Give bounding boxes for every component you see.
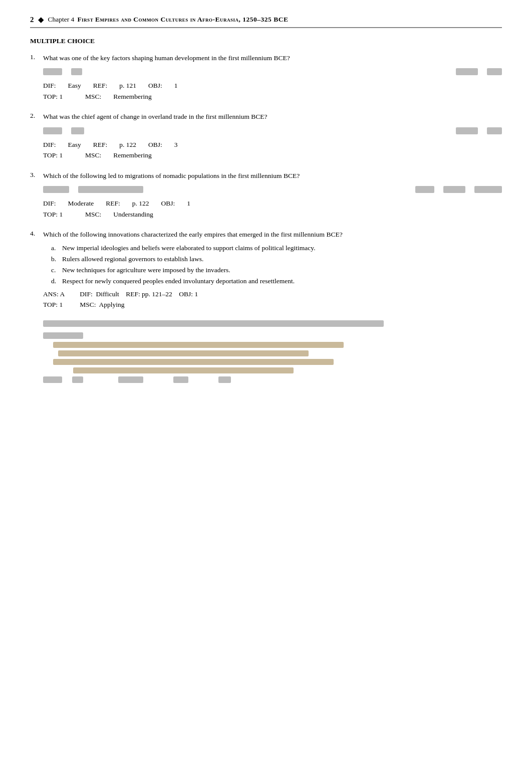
choice-4c: c. New techniques for agriculture were i… [51,265,502,275]
q2-msc-val: Remembering [113,150,151,161]
question-2-meta: DIF: Easy REF: p. 122 OBJ: 3 TOP: 1 MSC:… [43,139,502,161]
q5-choice-b [58,350,309,356]
choice-4c-letter: c. [51,265,62,275]
question-2: 2. What was the chief agent of change in… [30,112,502,160]
q5-choice-d [73,367,294,373]
question-3-meta-line2: TOP: 1 MSC: Understanding [43,209,190,220]
q1-ref-val: p. 121 [119,80,136,91]
blurred-answer-3a [43,186,69,193]
q5-meta-5 [218,376,231,383]
blurred-answer-1c [456,68,478,75]
blurred-answer-2b [71,127,84,134]
question-1: 1. What was one of the key factors shapi… [30,53,502,102]
q4-msc: MSC: Applying [80,299,198,310]
section-title: MULTIPLE CHOICE [30,37,502,45]
choice-4d: d. Respect for newly conquered peoples e… [51,276,502,286]
q4-ans-col2: DIF: Difficult REF: pp. 121–22 OBJ: 1 MS… [80,289,198,310]
q2-obj-val: 3 [174,139,178,150]
question-1-number: 1. [30,53,43,63]
q5-blurred-meta [43,376,502,383]
q5-choice-a [53,342,344,348]
blurred-answer-1b [71,68,82,75]
q1-top: TOP: 1 [43,91,73,102]
q2-dif-val: Easy [68,139,81,150]
header-bullet: ◆ [38,15,44,24]
question-4-choices: a. New imperial ideologies and beliefs w… [51,243,502,287]
q2-ref-label: REF: [93,139,108,150]
q5-question-row [30,320,502,329]
q5-blurred-text-sub [43,332,83,339]
q1-ref-label: REF: [93,80,108,91]
q1-dif-val: Easy [68,80,81,91]
q4-ans-label-val: ANS: A [43,289,65,300]
blurred-answer-2d [487,127,502,134]
blurred-answer-3b [78,186,143,193]
q2-top: TOP: 1 [43,150,73,161]
q5-meta-4 [173,376,188,383]
question-3: 3. Which of the following led to migrati… [30,171,502,220]
q1-msc-val: Remembering [113,91,151,102]
q3-msc-val: Understanding [113,209,153,220]
q3-dif-val: Moderate [68,198,94,209]
q5-question-row2 [30,332,502,339]
question-2-number: 2. [30,112,43,122]
q3-msc-label: MSC: [85,209,101,220]
q5-blurred-text-main [43,320,384,327]
q2-ref-val: p. 122 [119,139,136,150]
question-2-meta-line1: DIF: Easy REF: p. 122 OBJ: 3 [43,139,178,150]
q3-obj-val: 1 [187,198,190,209]
q2-obj-label: OBJ: [148,139,162,150]
blurred-answer-3c [415,186,434,193]
q1-obj-label: OBJ: [148,80,162,91]
q3-obj-label: OBJ: [161,198,175,209]
question-1-meta-line1: DIF: Easy REF: p. 121 OBJ: 1 [43,80,178,91]
choice-4d-text: Respect for newly conquered peoples ende… [62,276,295,286]
question-1-line: 1. What was one of the key factors shapi… [30,53,502,63]
choice-4b-text: Rulers allowed regional governors to est… [62,254,203,264]
q4-top: TOP: 1 [43,299,65,310]
header-chapter: Chapter 4 [48,16,75,24]
question-4-line: 4. Which of the following innovations ch… [30,230,502,240]
q5-meta-2 [72,376,83,383]
blurred-answer-3e [474,186,502,193]
question-2-blurred-answers [43,125,502,136]
header-title: First Empires and Common Cultures in Afr… [77,16,288,24]
q1-dif-label: DIF: [43,80,56,91]
q5-blurred-choices [53,342,502,373]
question-1-blurred-answers [43,66,502,77]
question-4: 4. Which of the following innovations ch… [30,230,502,310]
page-number: 2 [30,16,34,24]
choice-4b-letter: b. [51,254,62,264]
q3-ref-val: p. 122 [132,198,149,209]
question-4-ans-meta: ANS: A TOP: 1 DIF: Difficult REF: pp. 12… [43,289,502,310]
choice-4d-letter: d. [51,276,62,286]
page-header: 2 ◆ Chapter 4 First Empires and Common C… [30,15,502,28]
blurred-answer-1a [43,68,62,75]
page: 2 ◆ Chapter 4 First Empires and Common C… [0,0,532,780]
question-1-meta-line2: TOP: 1 MSC: Remembering [43,91,178,102]
question-1-text: What was one of the key factors shaping … [43,53,502,63]
blurred-answer-3d [443,186,465,193]
q5-meta-1 [43,376,62,383]
question-3-blurred-answers [43,184,502,195]
question-3-meta-line1: DIF: Moderate REF: p. 122 OBJ: 1 [43,198,190,209]
question-3-line: 3. Which of the following led to migrati… [30,171,502,181]
choice-4c-text: New techniques for agriculture were impo… [62,265,230,275]
q2-msc-label: MSC: [85,150,101,161]
question-4-text: Which of the following innovations chara… [43,230,502,240]
blurred-answer-2c [456,127,478,134]
choice-4b: b. Rulers allowed regional governors to … [51,254,502,264]
question-1-meta: DIF: Easy REF: p. 121 OBJ: 1 TOP: 1 MSC:… [43,80,502,102]
blurred-answer-2a [43,127,62,134]
choice-4a: a. New imperial ideologies and beliefs w… [51,243,502,253]
q1-obj-val: 1 [174,80,178,91]
q3-ref-label: REF: [106,198,120,209]
question-4-number: 4. [30,230,43,240]
q3-dif-label: DIF: [43,198,56,209]
question-2-line: 2. What was the chief agent of change in… [30,112,502,122]
q5-meta-3 [118,376,143,383]
q2-dif-label: DIF: [43,139,56,150]
question-2-meta-line2: TOP: 1 MSC: Remembering [43,150,178,161]
question-3-meta: DIF: Moderate REF: p. 122 OBJ: 1 TOP: 1 … [43,198,502,220]
choice-4a-letter: a. [51,243,62,253]
